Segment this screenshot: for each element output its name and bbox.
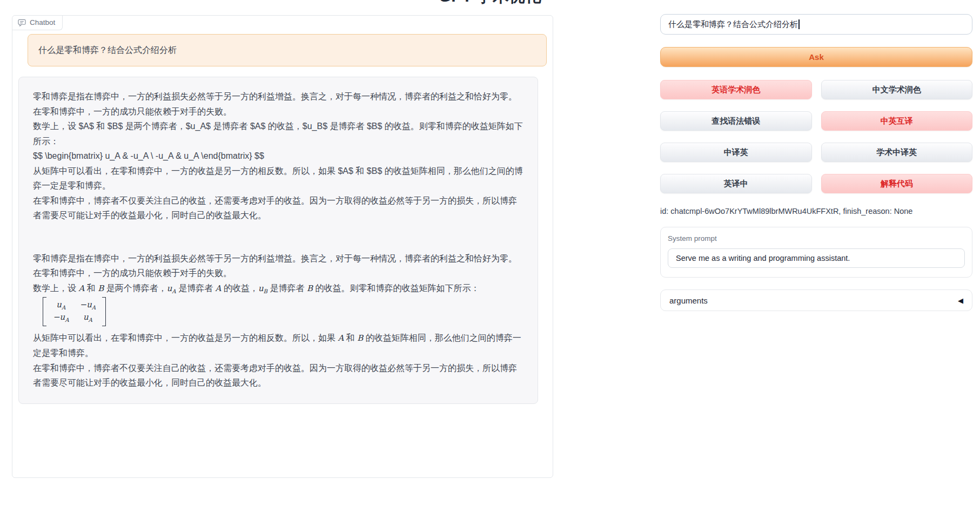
response-status-text: id: chatcmpl-6wOo7KrYTwMl89lbrMWRu4UkFFX… bbox=[660, 207, 972, 215]
bot-raw-paragraph: 从矩阵中可以看出，在零和博弈中，一方的收益是另一方的相反数。所以，如果 $A$ … bbox=[33, 164, 523, 193]
matrix-right-bracket bbox=[102, 297, 106, 326]
arguments-accordion-label: arguments bbox=[669, 296, 708, 305]
clipped-page-title: GPT 学术优化 bbox=[0, 0, 980, 5]
button-find-grammar-errors[interactable]: 查找语法错误 bbox=[660, 111, 812, 131]
button-en-to-zh[interactable]: 英译中 bbox=[660, 174, 812, 193]
system-prompt-card: System prompt Serve me as a writing and … bbox=[660, 227, 972, 278]
button-academic-zh-to-en[interactable]: 学术中译英 bbox=[821, 143, 973, 162]
control-column: 什么是零和博弈？结合公式介绍分析 Ask 英语学术润色 中文学术润色 查找语法错… bbox=[660, 14, 972, 311]
function-button-grid: 英语学术润色 中文学术润色 查找语法错误 中英互译 中译英 学术中译英 英译中 … bbox=[660, 80, 972, 193]
bot-rendered-paragraph: 数学上，设 A 和 B 是两个博弈者，uA 是博弈者 A 的收益，uB 是博弈者… bbox=[33, 281, 523, 296]
chatbot-tab-text: Chatbot bbox=[30, 18, 55, 26]
matrix-cell: uA bbox=[80, 312, 96, 324]
bot-rendered-paragraph: 零和博弈是指在博弈中，一方的利益损失必然等于另一方的利益增益。换言之，对于每一种… bbox=[33, 251, 523, 281]
system-prompt-input[interactable]: Serve me as a writing and programming as… bbox=[668, 248, 965, 268]
chat-bubble-icon bbox=[18, 19, 26, 26]
button-chinese-academic-polish[interactable]: 中文学术润色 bbox=[821, 80, 973, 99]
bot-rendered-paragraph: 在零和博弈中，博弈者不仅要关注自己的收益，还需要考虑对手的收益。因为一方取得的收… bbox=[33, 361, 523, 390]
bot-raw-paragraph: 零和博弈是指在博弈中，一方的利益损失必然等于另一方的利益增益。换言之，对于每一种… bbox=[33, 89, 523, 119]
bot-raw-paragraph: 数学上，设 $A$ 和 $B$ 是两个博弈者，$u_A$ 是博弈者 $A$ 的收… bbox=[33, 119, 523, 149]
text-cursor bbox=[798, 19, 800, 29]
accordion-collapse-icon: ◀ bbox=[958, 296, 963, 305]
ask-button[interactable]: Ask bbox=[660, 47, 972, 67]
chatbot-tab-label: Chatbot bbox=[12, 16, 63, 30]
bot-rendered-paragraph: 从矩阵中可以看出，在零和博弈中，一方的收益是另一方的相反数。所以，如果 A 和 … bbox=[33, 331, 523, 360]
bot-message-bubble: 零和博弈是指在博弈中，一方的利益损失必然等于另一方的利益增益。换言之，对于每一种… bbox=[18, 77, 538, 404]
bot-raw-paragraph: 在零和博弈中，博弈者不仅要关注自己的收益，还需要考虑对手的收益。因为一方取得的收… bbox=[33, 193, 523, 223]
page-title: GPT 学术优化 bbox=[0, 0, 980, 5]
matrix-cell: uA bbox=[53, 299, 69, 312]
button-zh-en-mutual-translate[interactable]: 中英互译 bbox=[821, 111, 973, 131]
button-zh-to-en[interactable]: 中译英 bbox=[660, 143, 812, 162]
system-prompt-label: System prompt bbox=[668, 234, 965, 242]
bot-raw-formula: $$ \begin{bmatrix} u_A & -u_A \ -u_A & u… bbox=[33, 149, 523, 164]
button-english-academic-polish[interactable]: 英语学术润色 bbox=[660, 80, 812, 99]
button-explain-code[interactable]: 解释代码 bbox=[821, 174, 973, 193]
arguments-accordion[interactable]: arguments ◀ bbox=[660, 289, 972, 311]
paragraph-gap bbox=[33, 223, 523, 251]
matrix-left-bracket bbox=[43, 297, 46, 326]
user-message-bubble: 什么是零和博弈？结合公式介绍分析 bbox=[28, 34, 547, 66]
question-input[interactable]: 什么是零和博弈？结合公式介绍分析 bbox=[660, 14, 972, 35]
matrix-cell: −uA bbox=[53, 312, 69, 324]
matrix-cell: −uA bbox=[80, 299, 96, 312]
app-page: GPT 学术优化 Chatbot 什么是零和博弈？结合公式介绍分析 零和博弈是指… bbox=[0, 0, 980, 519]
user-message-text: 什么是零和博弈？结合公式介绍分析 bbox=[38, 45, 177, 55]
chatbot-panel: Chatbot 什么是零和博弈？结合公式介绍分析 零和博弈是指在博弈中，一方的利… bbox=[12, 15, 553, 478]
payoff-matrix: uA −uA −uA uA bbox=[33, 296, 523, 331]
question-input-value: 什么是零和博弈？结合公式介绍分析 bbox=[668, 19, 798, 30]
message-list: 什么是零和博弈？结合公式介绍分析 零和博弈是指在博弈中，一方的利益损失必然等于另… bbox=[12, 16, 553, 404]
